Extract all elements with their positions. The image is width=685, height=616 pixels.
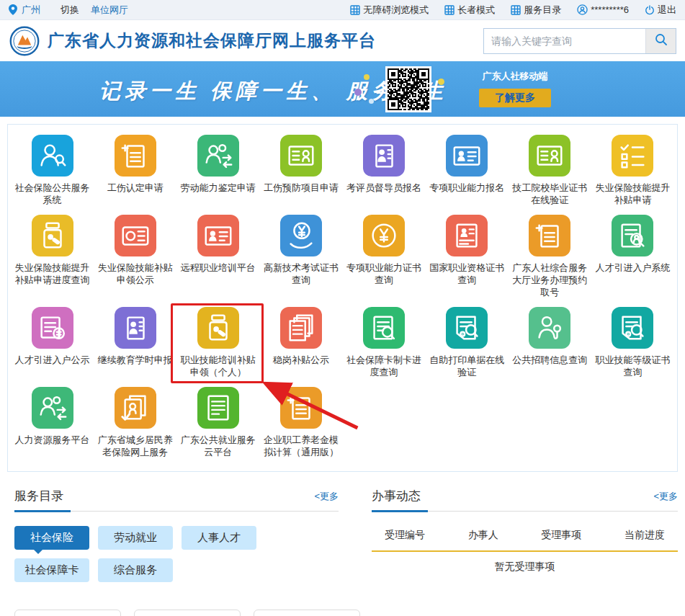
service-tile[interactable]: 工伤认定申请	[94, 135, 176, 206]
people-arrows-icon	[197, 135, 239, 177]
site-logo-icon	[9, 25, 40, 57]
service-tile[interactable]: 社会保障卡制卡进度查询	[343, 307, 426, 378]
doc-plus-icon	[529, 215, 570, 256]
service-tile[interactable]: 失业保险技能提升补贴申请	[591, 135, 674, 206]
mobile-app-label: 广东人社移动端	[472, 70, 558, 83]
service-tile[interactable]: 专项职业能力证书查询	[343, 215, 426, 298]
site-header: 广东省人力资源和社会保障厅网上服务平台	[0, 20, 685, 61]
search-button[interactable]	[645, 29, 676, 53]
doc-person-icon	[446, 215, 488, 256]
current-city[interactable]: 广州	[22, 4, 40, 17]
logout-button[interactable]: 退出	[645, 4, 676, 17]
card-person-icon	[446, 135, 488, 177]
accessibility-mode-link[interactable]: 无障碍浏览模式	[350, 4, 429, 17]
quick-link-button[interactable]: 公共业务	[14, 610, 121, 616]
activity-more-link[interactable]: <更多	[653, 490, 678, 503]
catalog-tab[interactable]: 劳动就业	[98, 526, 173, 550]
catalog-tab[interactable]: 人事人才	[182, 526, 256, 550]
bottle-pills-icon	[32, 215, 73, 256]
doc-icon	[197, 387, 239, 429]
service-tile[interactable]: 劳动能力鉴定申请	[176, 135, 259, 206]
service-catalog-section: 服务目录 <更多 社会保险劳动就业人事人才社会保障卡综合服务 公共业务养老保险失…	[14, 488, 339, 616]
service-tile[interactable]: 人才引进入户公示	[11, 307, 94, 378]
search-input[interactable]	[484, 29, 645, 53]
grid-icon	[511, 5, 521, 15]
elder-mode-label: 长者模式	[457, 4, 495, 17]
service-tile[interactable]: 职业技能培训补贴申领（个人）	[176, 307, 259, 378]
service-label: 失业保险技能提升补贴申请	[591, 182, 674, 206]
service-tile[interactable]: 失业保险技能提升补贴申请进度查询	[11, 215, 94, 298]
quick-link-button[interactable]: 养老保险	[134, 610, 241, 616]
service-tile[interactable]: 失业保险技能补贴申领公示	[94, 215, 176, 298]
doc-stack-icon	[280, 307, 322, 349]
title-underline	[372, 510, 428, 512]
service-label: 专项职业能力证书查询	[343, 262, 426, 286]
page-title: 广东省人力资源和社会保障厅网上服务平台	[48, 30, 376, 52]
card-si-icon	[115, 215, 156, 256]
service-tile[interactable]: 继续教育学时申报	[94, 307, 176, 378]
card-person-icon	[197, 215, 239, 256]
catalog-more-link[interactable]: <更多	[314, 490, 339, 503]
service-tile[interactable]: 企业职工养老金模拟计算（通用版）	[259, 387, 342, 458]
service-tile[interactable]: 稳岗补贴公示	[259, 307, 342, 378]
quick-link-button[interactable]: 失业保险	[254, 610, 360, 616]
doc-search-at-icon	[612, 307, 653, 349]
service-tile[interactable]: 广东省城乡居民养老保险网上服务	[94, 387, 176, 458]
service-label: 远程职业培训平台	[181, 262, 256, 274]
service-tile[interactable]: 公共招聘信息查询	[509, 307, 591, 378]
service-label: 技工院校毕业证书在线验证	[509, 182, 591, 206]
empty-state-text: 暂无受理事项	[372, 561, 678, 573]
service-tile[interactable]: 专项职业能力报名	[426, 135, 509, 206]
quick-links: 公共业务养老保险失业保险工伤保险	[14, 610, 360, 616]
service-tile[interactable]: 远程职业培训平台	[176, 215, 259, 298]
service-label: 人力资源服务平台	[15, 434, 90, 446]
service-tile[interactable]: 自助打印单据在线验证	[426, 307, 509, 378]
service-catalog-link[interactable]: 服务目录	[511, 4, 561, 17]
service-label: 国家职业资格证书查询	[426, 262, 509, 286]
top-bar: 广州 切换 单位网厅 无障碍浏览模式 长者模式 服务目录	[0, 0, 685, 20]
service-tile[interactable]: 职业技能等级证书查询	[591, 307, 674, 378]
catalog-tab[interactable]: 社会保障卡	[14, 558, 89, 582]
service-tile[interactable]: 考评员督导员报名	[343, 135, 426, 206]
power-icon	[645, 5, 655, 15]
service-tile[interactable]: 广东公共就业服务云平台	[176, 387, 259, 458]
banner-decoration	[369, 99, 374, 104]
service-label: 工伤认定申请	[107, 182, 164, 194]
catalog-tab[interactable]: 社会保险	[14, 526, 89, 550]
user-account[interactable]: *********6	[577, 4, 629, 15]
bottom-sections: 服务目录 <更多 社会保险劳动就业人事人才社会保障卡综合服务 公共业务养老保险失…	[0, 479, 685, 616]
switch-city-link[interactable]: 切换	[61, 4, 79, 17]
service-label: 专项职业能力报名	[429, 182, 504, 194]
doc-search-at-icon	[446, 307, 488, 349]
doc-person-search-icon	[612, 215, 653, 256]
elder-mode-link[interactable]: 长者模式	[444, 4, 495, 17]
service-tile[interactable]: 工伤预防项目申请	[259, 135, 342, 206]
user-icon	[577, 4, 588, 15]
column-header: 受理事项	[541, 529, 581, 542]
service-tile[interactable]: 技工院校毕业证书在线验证	[509, 135, 591, 206]
services-grid: 社会保险公共服务系统工伤认定申请劳动能力鉴定申请工伤预防项目申请考评员督导员报名…	[11, 135, 674, 458]
service-tile[interactable]: 人才引进入户系统	[591, 215, 674, 298]
yen-circle-icon	[363, 215, 405, 256]
table-divider	[372, 550, 678, 552]
service-tile[interactable]: 广东人社综合服务大厅业务办理预约取号	[509, 215, 591, 298]
service-label: 公共招聘信息查询	[512, 354, 587, 366]
catalog-tab[interactable]: 综合服务	[98, 558, 173, 582]
service-tile[interactable]: 社会保险公共服务系统	[11, 135, 94, 206]
unit-portal-link[interactable]: 单位网厅	[91, 4, 128, 17]
service-label: 高新技术考试证书查询	[259, 262, 342, 286]
service-tile[interactable]: 高新技术考试证书查询	[259, 215, 342, 298]
service-tile[interactable]: 人力资源服务平台	[11, 387, 94, 458]
service-label: 继续教育学时申报	[98, 354, 173, 366]
doc-money-icon	[32, 307, 73, 349]
service-tile[interactable]: 国家职业资格证书查询	[426, 215, 509, 298]
service-label: 广东公共就业服务云平台	[176, 434, 259, 458]
username-label: *********6	[591, 4, 629, 15]
learn-more-button[interactable]: 了解更多	[479, 89, 551, 107]
hand-yen-icon	[280, 215, 322, 256]
column-header: 受理编号	[385, 529, 425, 542]
accessibility-mode-label: 无障碍浏览模式	[363, 4, 429, 17]
service-label: 自助打印单据在线验证	[426, 354, 509, 378]
grid-icon	[444, 5, 455, 15]
column-header: 办事人	[468, 529, 498, 542]
